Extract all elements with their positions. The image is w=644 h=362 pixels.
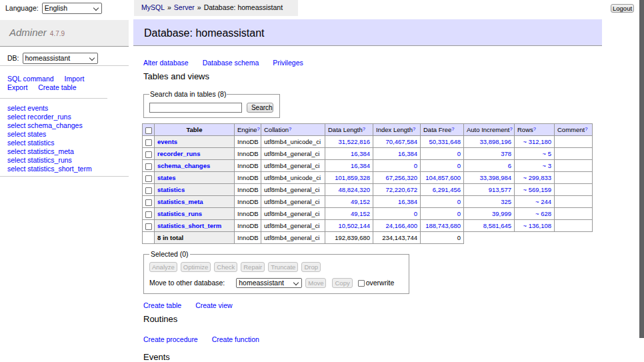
row-checkbox[interactable] xyxy=(145,187,152,194)
table-name-link[interactable]: schema_changes xyxy=(157,162,210,169)
data-length-link[interactable]: 31,522,816 xyxy=(338,138,370,145)
select-states-link[interactable]: select states xyxy=(7,130,129,139)
index-length-link[interactable]: 16,384 xyxy=(398,150,417,157)
row-checkbox[interactable] xyxy=(145,211,152,218)
data-free-link[interactable]: 0 xyxy=(457,210,461,217)
table-name-link[interactable]: events xyxy=(157,138,177,145)
index-length-link[interactable]: 16,384 xyxy=(398,198,417,205)
analyze-button[interactable]: Analyze xyxy=(149,262,177,272)
table-name-link[interactable]: statistics xyxy=(157,186,185,193)
row-checkbox[interactable] xyxy=(145,139,152,146)
language-select[interactable]: English xyxy=(42,3,102,14)
drop-button[interactable]: Drop xyxy=(301,262,321,272)
import-link[interactable]: Import xyxy=(65,75,85,83)
rows-estimate-link[interactable]: ~ 5 xyxy=(543,150,551,157)
search-button[interactable]: Search xyxy=(247,103,273,113)
table-name-link[interactable]: statistics_short_term xyxy=(157,222,221,229)
row-checkbox[interactable] xyxy=(145,223,152,230)
rows-estimate-link[interactable]: ~ 136,108 xyxy=(523,222,551,229)
data-free-link[interactable]: 188,743,680 xyxy=(425,222,461,229)
data-length-link[interactable]: 49,152 xyxy=(351,210,370,217)
search-input[interactable] xyxy=(149,103,242,113)
row-checkbox[interactable] xyxy=(145,163,152,170)
auto-increment-link[interactable]: 8,581,645 xyxy=(483,222,511,229)
move-button[interactable]: Move xyxy=(305,278,326,288)
index-length-link[interactable]: 67,256,320 xyxy=(385,174,417,181)
index-length-link[interactable]: 72,220,672 xyxy=(385,186,417,193)
check-button[interactable]: Check xyxy=(214,262,237,272)
export-link[interactable]: Export xyxy=(7,83,27,91)
data-length-link[interactable]: 10,502,144 xyxy=(338,222,370,229)
sql-command-link[interactable]: SQL command xyxy=(7,75,54,83)
help-link[interactable]: ? xyxy=(509,126,512,132)
create-table-link[interactable]: Create table xyxy=(143,301,181,309)
rows-estimate-link[interactable]: ~ 312,180 xyxy=(523,138,551,145)
data-free-link[interactable]: 0 xyxy=(457,162,461,169)
scrollbar[interactable] xyxy=(639,0,644,362)
help-link[interactable]: ? xyxy=(451,126,454,132)
select-events-link[interactable]: select events xyxy=(7,104,129,113)
privileges-link[interactable]: Privileges xyxy=(273,59,303,67)
select-statistics-meta-link[interactable]: select statistics_meta xyxy=(7,147,129,156)
data-free-link[interactable]: 0 xyxy=(457,150,461,157)
auto-increment-link[interactable]: 33,898,196 xyxy=(479,138,511,145)
optimize-button[interactable]: Optimize xyxy=(181,262,211,272)
auto-increment-link[interactable]: 913,577 xyxy=(489,186,511,193)
data-length-link[interactable]: 48,824,320 xyxy=(338,186,370,193)
row-checkbox[interactable] xyxy=(145,151,152,158)
db-select[interactable]: homeassistant xyxy=(23,53,98,64)
help-link[interactable]: ? xyxy=(363,126,365,132)
rows-estimate-link[interactable]: ~ 628 xyxy=(535,210,551,217)
truncate-button[interactable]: Truncate xyxy=(268,262,298,272)
help-link[interactable]: ? xyxy=(289,126,291,132)
data-length-link[interactable]: 16,384 xyxy=(351,150,370,157)
row-checkbox[interactable] xyxy=(145,199,152,206)
create-function-link[interactable]: Create function xyxy=(212,335,259,343)
index-length-link[interactable]: 0 xyxy=(414,210,417,217)
help-link[interactable]: ? xyxy=(257,126,260,132)
table-name-link[interactable]: recorder_runs xyxy=(157,150,200,157)
select-statistics-link[interactable]: select statistics xyxy=(7,139,129,147)
index-length-link[interactable]: 0 xyxy=(414,162,417,169)
auto-increment-link[interactable]: 33,398,984 xyxy=(479,174,511,181)
data-length-link[interactable]: 16,384 xyxy=(351,162,370,169)
help-link[interactable]: ? xyxy=(585,126,587,132)
data-free-link[interactable]: 50,331,648 xyxy=(429,138,461,145)
data-length-link[interactable]: 101,859,328 xyxy=(335,174,370,181)
select-schema-changes-link[interactable]: select schema_changes xyxy=(7,121,129,130)
data-free-link[interactable]: 6,291,456 xyxy=(433,186,461,193)
help-link[interactable]: ? xyxy=(533,126,536,132)
rows-estimate-link[interactable]: ~ 3 xyxy=(543,162,551,169)
create-view-link[interactable]: Create view xyxy=(195,301,232,309)
data-free-link[interactable]: 0 xyxy=(457,198,461,205)
copy-button[interactable]: Copy xyxy=(332,278,352,288)
auto-increment-link[interactable]: 6 xyxy=(508,162,511,169)
table-name-link[interactable]: statistics_runs xyxy=(157,210,202,217)
rows-estimate-link[interactable]: ~ 569,159 xyxy=(523,186,551,193)
create-table-link[interactable]: Create table xyxy=(38,83,76,91)
database-schema-link[interactable]: Database schema xyxy=(203,59,259,67)
alter-database-link[interactable]: Alter database xyxy=(143,59,189,67)
select-statistics-runs-link[interactable]: select statistics_runs xyxy=(7,156,129,165)
scrollbar-thumb[interactable] xyxy=(639,0,644,338)
index-length-link[interactable]: 70,467,584 xyxy=(385,138,417,145)
index-length-link[interactable]: 24,166,400 xyxy=(385,222,417,229)
table-name-link[interactable]: statistics_meta xyxy=(157,198,203,205)
repair-button[interactable]: Repair xyxy=(241,262,265,272)
auto-increment-link[interactable]: 39,999 xyxy=(492,210,511,217)
data-free-link[interactable]: 104,857,600 xyxy=(425,174,461,181)
help-link[interactable]: ? xyxy=(413,126,415,132)
auto-increment-link[interactable]: 325 xyxy=(501,198,511,205)
row-checkbox[interactable] xyxy=(145,175,152,182)
rows-estimate-link[interactable]: ~ 299,833 xyxy=(523,174,551,181)
select-all-checkbox[interactable] xyxy=(145,127,152,134)
table-name-link[interactable]: states xyxy=(157,174,175,181)
select-recorder-runs-link[interactable]: select recorder_runs xyxy=(7,113,129,121)
data-length-link[interactable]: 49,152 xyxy=(351,198,370,205)
auto-increment-link[interactable]: 378 xyxy=(501,150,511,157)
move-database-select[interactable]: homeassistant xyxy=(236,278,302,288)
overwrite-checkbox[interactable] xyxy=(358,280,365,287)
create-procedure-link[interactable]: Create procedure xyxy=(143,335,198,343)
select-statistics-short-term-link[interactable]: select statistics_short_term xyxy=(7,165,129,173)
rows-estimate-link[interactable]: ~ 244 xyxy=(535,198,551,205)
